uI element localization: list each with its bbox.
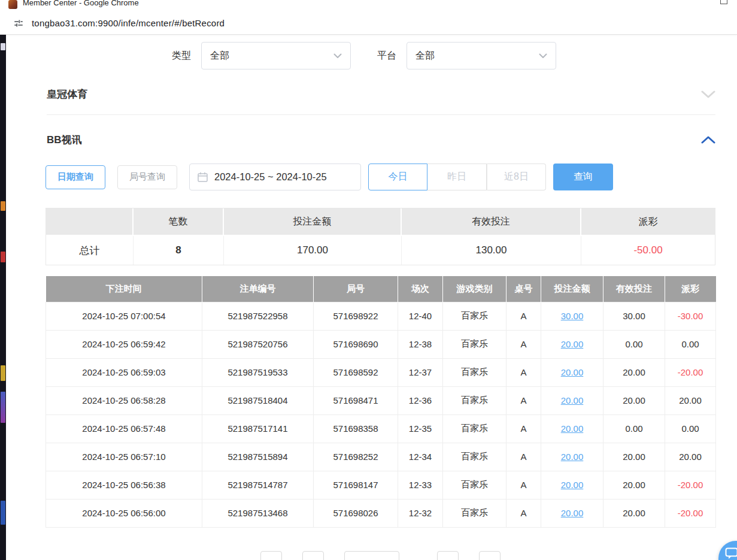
- bet-amount-link[interactable]: 20.00: [561, 395, 584, 405]
- pagination-prev-button[interactable]: [260, 551, 282, 560]
- bet-time-cell: 2024-10-25 06:59:42: [46, 330, 202, 358]
- summary-valid-value: 130.00: [402, 236, 581, 265]
- summary-header-count: 笔数: [134, 208, 224, 236]
- bet-time-cell: 2024-10-25 06:58:28: [46, 386, 202, 414]
- background-fragment: [1, 252, 5, 262]
- table-number-cell: A: [507, 414, 541, 443]
- window-title: Member Center - Google Chrome: [23, 0, 139, 7]
- window-restore-button[interactable]: [720, 0, 727, 4]
- valid-bet-cell: 0.00: [603, 330, 665, 358]
- yesterday-button[interactable]: 昨日: [427, 164, 487, 190]
- valid-bet-cell: 0.00: [603, 414, 665, 443]
- pagination-jump-input[interactable]: [479, 551, 501, 560]
- bet-amount-link[interactable]: 20.00: [561, 480, 584, 490]
- game-type-cell: 百家乐: [443, 330, 507, 358]
- round-number-cell: 571698252: [314, 443, 398, 471]
- table-number-cell: A: [507, 330, 541, 358]
- game-type-cell: 百家乐: [443, 471, 507, 499]
- crown-sports-header[interactable]: 皇冠体育: [47, 87, 715, 101]
- table-row: 2024-10-25 06:58:28521987518404571698471…: [46, 386, 716, 414]
- session-cell: 12-34: [398, 443, 443, 471]
- bet-amount-cell: 30.00: [541, 302, 603, 330]
- session-cell: 12-40: [398, 302, 443, 330]
- round-number-cell: 571698922: [314, 302, 398, 330]
- session-cell: 12-36: [398, 386, 443, 414]
- address-bar[interactable]: tongbao31.com:9900/infe/mcenter/#/betRec…: [0, 12, 737, 35]
- session-cell: 12-35: [398, 414, 443, 443]
- quick-range-group: 今日 昨日 近8日: [368, 164, 546, 190]
- calendar-icon: [198, 172, 208, 182]
- bet-amount-link[interactable]: 20.00: [561, 339, 584, 349]
- type-select[interactable]: 全部: [201, 42, 351, 69]
- bet-amount-cell: 20.00: [541, 499, 603, 527]
- payout-cell: 20.00: [665, 443, 716, 471]
- pagination-next-button[interactable]: [437, 551, 459, 560]
- bet-time-cell: 2024-10-25 06:56:38: [46, 471, 202, 499]
- session-cell: 12-33: [398, 471, 443, 499]
- header-bet-time: 下注时间: [46, 276, 202, 302]
- background-fragment: [1, 201, 5, 211]
- session-cell: 12-38: [398, 330, 443, 358]
- bet-amount-link[interactable]: 30.00: [561, 311, 584, 321]
- payout-cell: 0.00: [665, 330, 716, 358]
- last-8-days-button[interactable]: 近8日: [487, 164, 546, 190]
- crown-sports-title: 皇冠体育: [47, 87, 87, 101]
- valid-bet-cell: 20.00: [603, 386, 665, 414]
- table-row: 2024-10-25 06:56:38521987514787571698147…: [46, 471, 716, 499]
- search-button[interactable]: 查询: [553, 164, 613, 190]
- slip-number-cell: 521987519533: [202, 358, 314, 386]
- date-query-tab[interactable]: 日期查询: [46, 165, 105, 189]
- bet-time-cell: 2024-10-25 06:57:10: [46, 443, 202, 471]
- round-number-cell: 571698147: [314, 471, 398, 499]
- bet-table-body: 2024-10-25 07:00:54521987522958571698922…: [46, 302, 716, 527]
- round-query-tab[interactable]: 局号查询: [117, 165, 177, 189]
- round-number-cell: 571698690: [314, 330, 398, 358]
- window-icon: [8, 0, 17, 9]
- summary-total-row: 总计 8 170.00 130.00 -50.00: [46, 236, 715, 265]
- summary-header-empty: [46, 208, 134, 236]
- background-fragment: [1, 365, 5, 381]
- bet-amount-link[interactable]: 20.00: [561, 508, 584, 518]
- bet-amount-cell: 20.00: [541, 330, 603, 358]
- session-cell: 12-37: [398, 358, 443, 386]
- today-button[interactable]: 今日: [368, 164, 427, 190]
- pagination-page-button[interactable]: [302, 551, 324, 560]
- summary-count-value: 8: [134, 236, 224, 265]
- valid-bet-cell: 20.00: [603, 499, 665, 527]
- slip-number-cell: 521987513468: [202, 499, 314, 527]
- slip-number-cell: 521987520756: [202, 330, 314, 358]
- round-number-cell: 571698471: [314, 386, 398, 414]
- bet-time-cell: 2024-10-25 06:59:03: [46, 358, 202, 386]
- table-header-row: 下注时间 注单编号 局号 场次 游戏类别 桌号 投注金额 有效投注 派彩: [46, 276, 716, 302]
- round-number-cell: 571698026: [314, 499, 398, 527]
- payout-cell: -20.00: [665, 471, 716, 499]
- bet-amount-link[interactable]: 20.00: [561, 452, 584, 462]
- platform-select[interactable]: 全部: [407, 42, 556, 69]
- slip-number-cell: 521987515894: [202, 443, 314, 471]
- summary-bet-value: 170.00: [224, 236, 402, 265]
- bet-amount-link[interactable]: 20.00: [561, 367, 584, 377]
- customer-service-button[interactable]: [718, 541, 737, 560]
- browser-window: Member Center - Google Chrome tongbao31.…: [0, 0, 737, 560]
- bet-time-cell: 2024-10-25 07:00:54: [46, 302, 202, 330]
- chevron-down-icon: [701, 90, 715, 98]
- bet-amount-link[interactable]: 20.00: [561, 423, 584, 434]
- bet-amount-cell: 20.00: [541, 471, 603, 499]
- table-row: 2024-10-25 06:56:00521987513468571698026…: [46, 499, 716, 527]
- table-number-cell: A: [507, 358, 541, 386]
- bb-video-header[interactable]: BB视讯: [47, 133, 715, 147]
- site-settings-icon[interactable]: [13, 18, 24, 29]
- table-number-cell: A: [507, 471, 541, 499]
- bb-video-title: BB视讯: [47, 133, 82, 147]
- query-controls: 日期查询 局号查询 2024-10-25 ~ 2024-10-25 今日 昨日 …: [46, 164, 737, 190]
- date-range-input[interactable]: 2024-10-25 ~ 2024-10-25: [189, 164, 361, 190]
- background-window-strip: [0, 35, 6, 560]
- table-row: 2024-10-25 07:00:54521987522958571698922…: [46, 302, 716, 330]
- slip-number-cell: 521987518404: [202, 386, 314, 414]
- summary-header-row: 笔数 投注金额 有效投注 派彩: [46, 208, 715, 236]
- chat-icon: [725, 547, 737, 559]
- pagination-page-size-select[interactable]: [344, 551, 399, 560]
- summary-payout-value: -50.00: [581, 236, 715, 265]
- table-row: 2024-10-25 06:59:03521987519533571698592…: [46, 358, 716, 386]
- payout-cell: 0.00: [665, 414, 716, 443]
